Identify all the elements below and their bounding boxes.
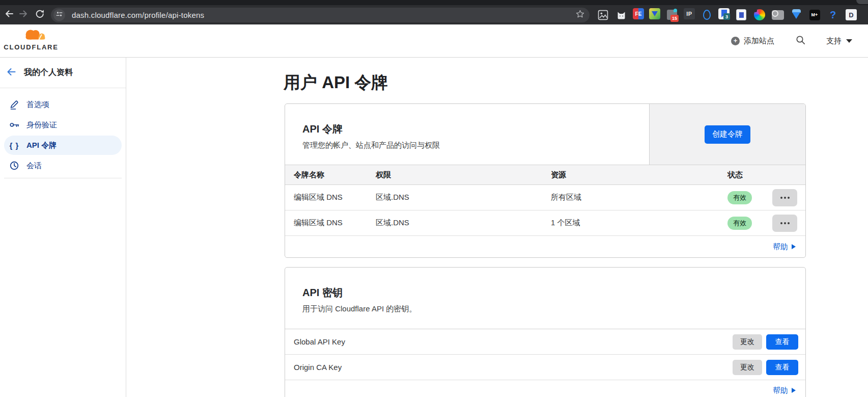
support-menu[interactable]: 支持 bbox=[826, 36, 852, 46]
mplus-extension-icon[interactable]: M+ bbox=[808, 8, 821, 21]
sidebar-nav: 首选项 身份验证 { } API 令牌 会话 bbox=[0, 88, 126, 181]
token-resources: 1 个区域 bbox=[551, 218, 727, 228]
pencil-icon bbox=[9, 99, 20, 110]
search-icon bbox=[795, 35, 806, 47]
app-header: CLOUDFLARE + 添加站点 支持 bbox=[0, 24, 868, 58]
column-resources: 资源 bbox=[551, 170, 727, 180]
back-arrow-icon bbox=[6, 67, 16, 79]
key-row: Global API Key 更改 查看 bbox=[285, 329, 805, 355]
ellipsis-icon bbox=[784, 197, 786, 199]
sidebar-item-authentication[interactable]: 身份验证 bbox=[4, 115, 122, 135]
tokens-help-row: 帮助 bbox=[285, 236, 805, 257]
mplus-tile: M+ bbox=[809, 10, 820, 20]
search-button[interactable] bbox=[794, 34, 807, 47]
token-name: 编辑区域 DNS bbox=[294, 218, 376, 228]
back-icon bbox=[4, 9, 14, 21]
create-token-button[interactable]: 创建令牌 bbox=[705, 125, 750, 144]
column-status: 状态 bbox=[727, 170, 772, 180]
api-keys-card-header: API 密钥 用于访问 Cloudflare API 的密钥。 bbox=[285, 268, 805, 329]
token-actions-button[interactable] bbox=[772, 215, 797, 232]
change-key-button[interactable]: 更改 bbox=[733, 334, 762, 350]
cat-extension-icon[interactable] bbox=[614, 8, 628, 21]
column-token-name: 令牌名称 bbox=[294, 170, 376, 180]
egg-shape bbox=[703, 10, 711, 20]
bookmark-button[interactable] bbox=[573, 9, 586, 22]
table-row: 编辑区域 DNS 区域.DNS 1 个区域 有效 bbox=[285, 210, 805, 236]
key-name: Origin CA Key bbox=[294, 363, 733, 372]
sidebar-item-sessions[interactable]: 会话 bbox=[4, 156, 122, 175]
url-text[interactable]: dash.cloudflare.com/profile/api-tokens bbox=[72, 11, 573, 19]
api-keys-card-description: 用于访问 Cloudflare API 的密钥。 bbox=[302, 304, 805, 314]
keys-help-link[interactable]: 帮助 bbox=[773, 386, 796, 395]
egg-extension-icon[interactable] bbox=[700, 8, 713, 21]
view-key-button[interactable]: 查看 bbox=[766, 334, 798, 350]
key-row: Origin CA Key 更改 查看 bbox=[285, 355, 805, 380]
forward-button[interactable] bbox=[16, 8, 31, 22]
d-tile: D bbox=[846, 9, 857, 20]
key-name: Global API Key bbox=[294, 337, 733, 346]
api-keys-card: API 密钥 用于访问 Cloudflare API 的密钥。 Global A… bbox=[285, 267, 806, 397]
sidebar-divider bbox=[4, 178, 122, 178]
ip-extension-icon[interactable]: IP bbox=[684, 8, 695, 19]
token-actions-button[interactable] bbox=[772, 189, 797, 206]
view-key-button[interactable]: 查看 bbox=[766, 360, 798, 375]
bookmark-star-icon bbox=[575, 9, 585, 21]
clock-icon bbox=[9, 160, 20, 171]
extension-bar: FE 15 IP 3 M+ ? D bbox=[596, 8, 858, 21]
cloudflare-cloud-icon bbox=[23, 28, 46, 43]
drop-icon bbox=[674, 9, 677, 12]
change-key-button[interactable]: 更改 bbox=[733, 360, 762, 375]
help-label: 帮助 bbox=[773, 242, 788, 252]
help-arrow-icon bbox=[792, 388, 796, 393]
photo-extension-icon[interactable] bbox=[596, 8, 609, 21]
counter-extension-icon[interactable]: 15 bbox=[665, 8, 679, 21]
url-bar[interactable]: dash.cloudflare.com/profile/api-tokens bbox=[51, 8, 590, 22]
counter-badge: 15 bbox=[670, 15, 679, 22]
tab-corner bbox=[856, 0, 868, 4]
sidebar-item-preferences[interactable]: 首选项 bbox=[4, 95, 122, 114]
token-resources: 所有区域 bbox=[551, 193, 727, 202]
document-mark bbox=[739, 12, 744, 18]
balloon-tip bbox=[792, 12, 800, 19]
status-badge: 有效 bbox=[727, 191, 752, 204]
help-arrow-icon bbox=[792, 244, 796, 249]
download-extension-icon[interactable] bbox=[649, 8, 660, 19]
tokens-help-link[interactable]: 帮助 bbox=[773, 242, 796, 252]
token-permissions: 区域.DNS bbox=[376, 193, 551, 202]
cloudflare-logo[interactable]: CLOUDFLARE bbox=[4, 28, 58, 51]
balloon-extension-icon[interactable] bbox=[790, 8, 803, 21]
add-site-button[interactable]: + 添加站点 bbox=[731, 36, 774, 46]
api-tokens-card: API 令牌 管理您的帐户、站点和产品的访问与权限 创建令牌 令牌名称 权限 资… bbox=[285, 103, 806, 258]
api-tokens-card-description: 管理您的帐户、站点和产品的访问与权限 bbox=[302, 141, 649, 150]
reload-button[interactable] bbox=[33, 8, 47, 22]
back-to-profile[interactable]: 我的个人资料 bbox=[0, 58, 126, 88]
status-badge: 有效 bbox=[727, 217, 752, 230]
key-icon bbox=[9, 119, 20, 130]
main-area: 用户 API 令牌 API 令牌 管理您的帐户、站点和产品的访问与权限 创建令牌… bbox=[126, 58, 868, 397]
question-extension-icon[interactable]: ? bbox=[826, 8, 839, 21]
token-permissions: 区域.DNS bbox=[376, 218, 551, 228]
page-title: 用户 API 令牌 bbox=[284, 71, 806, 94]
plus-icon: + bbox=[731, 37, 740, 45]
api-tokens-card-title: API 令牌 bbox=[302, 122, 649, 136]
site-info-button[interactable] bbox=[53, 9, 65, 21]
chevron-down-icon bbox=[846, 39, 852, 43]
sidebar-title: 我的个人资料 bbox=[24, 67, 73, 78]
api-tokens-card-header: API 令牌 管理您的帐户、站点和产品的访问与权限 创建令牌 bbox=[285, 104, 805, 165]
back-button[interactable] bbox=[2, 8, 16, 22]
shield-count-badge: 3 bbox=[723, 13, 730, 20]
colorwheel-extension-icon[interactable] bbox=[753, 8, 766, 21]
d-extension-icon[interactable]: D bbox=[845, 8, 858, 21]
browser-chrome: dash.cloudflare.com/profile/api-tokens F… bbox=[0, 0, 868, 24]
tune-icon bbox=[55, 10, 63, 20]
browser-toolbar: dash.cloudflare.com/profile/api-tokens F… bbox=[0, 5, 868, 24]
column-permissions: 权限 bbox=[376, 170, 551, 180]
camera-extension-icon[interactable] bbox=[771, 8, 785, 21]
shield-extension-icon[interactable]: 3 bbox=[718, 8, 730, 19]
document-extension-icon[interactable] bbox=[735, 8, 748, 21]
fe-extension-icon[interactable]: FE bbox=[633, 8, 644, 19]
sidebar-item-api-tokens[interactable]: { } API 令牌 bbox=[4, 136, 122, 155]
content-column: 用户 API 令牌 API 令牌 管理您的帐户、站点和产品的访问与权限 创建令牌… bbox=[285, 58, 806, 397]
table-row: 编辑区域 DNS 区域.DNS 所有区域 有效 bbox=[285, 185, 805, 210]
color-wheel bbox=[754, 9, 765, 20]
